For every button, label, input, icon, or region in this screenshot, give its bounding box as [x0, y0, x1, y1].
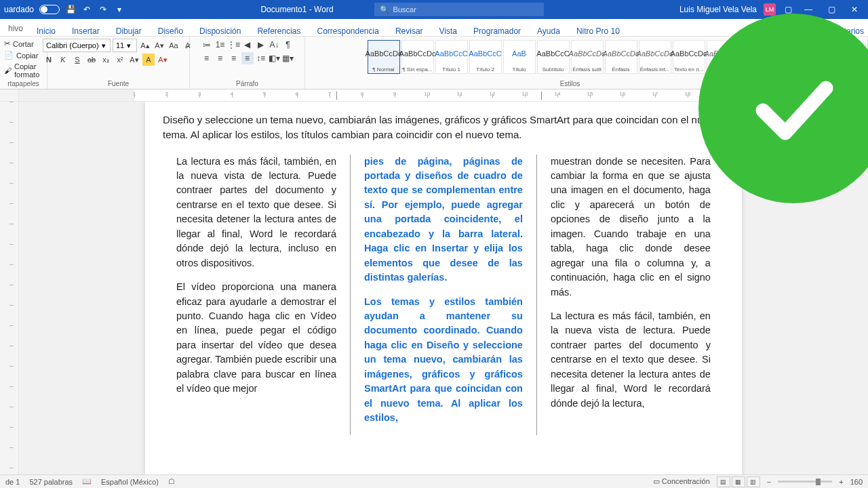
borders-icon[interactable]: ▦▾ [282, 52, 294, 64]
bullets-icon[interactable]: ≔ [201, 39, 213, 51]
user-name[interactable]: Luis Miguel Vela Vela [679, 5, 757, 14]
language-indicator[interactable]: Español (México) [101, 478, 159, 486]
numbering-icon[interactable]: 1≡ [214, 39, 226, 51]
column-3[interactable]: muestran donde se necesiten. Para cambia… [537, 155, 724, 435]
shading-icon[interactable]: ◧▾ [269, 52, 281, 64]
show-marks-icon[interactable]: ¶ [282, 39, 294, 51]
style-texto-en-n---[interactable]: AaBbCcDcTexto en n... [673, 40, 705, 74]
shrink-font-icon[interactable]: A▾ [153, 39, 165, 52]
vertical-ruler[interactable] [0, 102, 19, 474]
style-subt-tulo[interactable]: AaBbCcCSubtítulo [537, 40, 570, 74]
focus-mode[interactable]: ▭ Concentración [653, 477, 710, 486]
line-spacing-icon[interactable]: ↕≡ [255, 52, 267, 64]
page-indicator[interactable]: de 1 [5, 478, 20, 486]
save-icon[interactable]: 💾 [65, 4, 76, 15]
search-icon: 🔍 [380, 5, 389, 14]
group-paragraph: Párrafo [236, 80, 258, 89]
redo-icon[interactable]: ↷ [98, 4, 108, 15]
italic-button[interactable]: K [57, 54, 69, 66]
align-right-icon[interactable]: ≡ [228, 52, 240, 64]
copy-icon: 📄 [4, 51, 14, 60]
accessibility-icon[interactable]: ☖ [168, 477, 175, 486]
bold-button[interactable]: N [43, 54, 55, 66]
group-styles: Estilos [560, 80, 580, 89]
brush-icon: 🖌 [4, 66, 12, 75]
qat-more-icon[interactable]: ▾ [114, 4, 125, 15]
view-printlayout-icon[interactable]: ▦ [732, 476, 745, 487]
text-effects-icon[interactable]: A▾ [128, 54, 140, 66]
view-readmode-icon[interactable]: ▤ [717, 476, 730, 487]
word-count[interactable]: 527 palabras [29, 478, 73, 486]
intro-paragraph[interactable]: Diseño y seleccione un tema nuevo, cambi… [145, 113, 742, 155]
style-t-tulo[interactable]: AaBTítulo [503, 40, 536, 74]
style---sin-espa---[interactable]: AaBbCcDc¶ Sin espa... [401, 40, 434, 74]
autosave-label: uardado [4, 5, 34, 14]
autosave-toggle[interactable] [39, 5, 60, 14]
font-size-combo[interactable]: 11▾ [113, 39, 137, 52]
spellcheck-icon[interactable]: 📖 [82, 477, 92, 486]
subscript-button[interactable]: x₂ [100, 54, 112, 66]
strike-button[interactable]: ab [85, 54, 98, 66]
style--nfasis[interactable]: AaBbCcDcÉnfasis [605, 40, 637, 74]
zoom-slider[interactable] [778, 481, 832, 483]
cut-button[interactable]: ✂Cortar [4, 39, 43, 49]
font-color-icon[interactable]: A▾ [157, 54, 169, 66]
sort-icon[interactable]: A↓ [269, 39, 281, 51]
style--nfasis-int---[interactable]: AaBbCcDcÉnfasis int... [639, 40, 671, 74]
document-title: Documento1 - Word [260, 5, 333, 14]
zoom-in-button[interactable]: + [839, 478, 843, 486]
underline-button[interactable]: S [71, 54, 83, 66]
cut-icon: ✂ [4, 39, 10, 48]
format-painter-button[interactable]: 🖌Copiar formato [4, 62, 43, 79]
dedent-icon[interactable]: ◀ [241, 39, 254, 51]
style--nfasis-sutil[interactable]: AaBbCcDcÉnfasis sutil [571, 40, 604, 74]
copy-button[interactable]: 📄Copiar [4, 50, 43, 60]
grow-font-icon[interactable]: A▴ [139, 39, 151, 52]
zoom-out-button[interactable]: − [767, 478, 771, 486]
justify-icon[interactable]: ≡ [241, 52, 254, 64]
align-center-icon[interactable]: ≡ [214, 52, 226, 64]
page: Diseño y seleccione un tema nuevo, cambi… [145, 102, 742, 474]
indent-icon[interactable]: ▶ [255, 39, 267, 51]
column-2[interactable]: pies de página, páginas de portada y dis… [350, 155, 537, 435]
style---normal[interactable]: AaBbCcDc¶ Normal [368, 40, 400, 74]
font-name-combo[interactable]: Calibri (Cuerpo)▾ [43, 39, 111, 52]
close-button[interactable]: ✕ [846, 5, 863, 14]
align-left-icon[interactable]: ≡ [201, 52, 213, 64]
style-t-tulo-2[interactable]: AaBbCcCTítulo 2 [469, 40, 502, 74]
status-bar: de 1 527 palabras 📖 Español (México) ☖ ▭… [0, 474, 868, 488]
style-t-tulo-1[interactable]: AaBbCcCTítulo 1 [435, 40, 468, 74]
column-1[interactable]: La lectura es más fácil, también, en la … [163, 155, 350, 435]
multilevel-icon[interactable]: ⋮≡ [228, 39, 240, 51]
tab-file[interactable]: hivo [3, 21, 28, 36]
undo-icon[interactable]: ↶ [81, 4, 92, 15]
group-font: Fuente [108, 80, 129, 89]
change-case-icon[interactable]: Aa [167, 39, 180, 52]
title-bar: uardado 💾 ↶ ↷ ▾ Documento1 - Word 🔍 Busc… [0, 0, 868, 19]
group-clipboard: rtapapeles [7, 80, 39, 89]
maximize-button[interactable]: ▢ [823, 5, 840, 14]
search-input[interactable]: 🔍 Buscar [374, 3, 544, 16]
avatar[interactable]: LM [764, 3, 776, 16]
zoom-level[interactable]: 160 [850, 478, 863, 486]
minimize-button[interactable]: — [800, 5, 816, 14]
view-weblayout-icon[interactable]: ▥ [747, 476, 760, 487]
superscript-button[interactable]: x² [114, 54, 126, 66]
highlight-icon[interactable]: A [142, 54, 155, 66]
